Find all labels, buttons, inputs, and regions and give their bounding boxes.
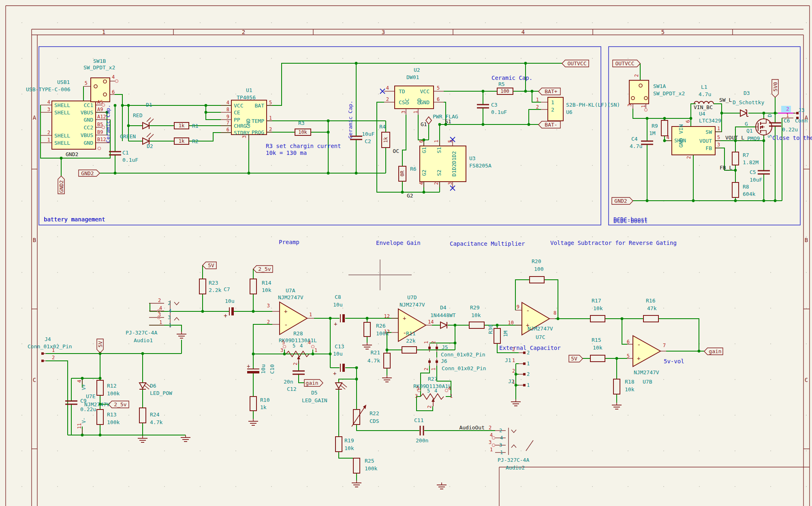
schematic-text[interactable]: G2: [421, 169, 427, 176]
resistor-symbol[interactable]: [613, 379, 620, 394]
schematic-text[interactable]: 2: [634, 74, 639, 77]
schematic-text[interactable]: Conn_01x02_Pin: [441, 352, 485, 358]
schematic-text[interactable]: 3: [158, 312, 161, 317]
schematic-text[interactable]: 2: [434, 182, 439, 185]
schematic-text[interactable]: SW_DPDT_x2: [653, 90, 685, 96]
schematic-text[interactable]: SW: [705, 129, 712, 135]
schematic-text[interactable]: 5: [627, 353, 630, 359]
schematic-text[interactable]: C7: [224, 286, 230, 292]
wire[interactable]: [633, 109, 691, 118]
schematic-text[interactable]: C8: [335, 294, 341, 300]
schematic-text[interactable]: 4.7u: [699, 91, 711, 97]
schematic-text[interactable]: 1: [512, 379, 515, 385]
schematic-text[interactable]: C13: [335, 343, 344, 349]
schematic-text[interactable]: 0.22u: [782, 126, 798, 133]
schematic-text[interactable]: 10k: [262, 287, 271, 293]
schematic-text[interactable]: USB1: [57, 79, 70, 85]
global-label-text[interactable]: BAT-: [545, 122, 557, 128]
schematic-text[interactable]: 1M: [649, 130, 656, 136]
schematic-text[interactable]: S2: [436, 169, 442, 176]
schematic-text[interactable]: R3 set chargin current: [266, 143, 341, 149]
schematic-text[interactable]: 2: [47, 130, 50, 135]
schematic-text[interactable]: Voltage Subtractor for Reverse Gating: [550, 240, 677, 246]
schematic-text[interactable]: 1M: [502, 330, 509, 337]
resistor-symbol[interactable]: [590, 355, 605, 362]
schematic-text[interactable]: 10k: [344, 445, 354, 451]
schematic-text[interactable]: B5: [97, 122, 103, 127]
schematic-text[interactable]: 2: [269, 126, 272, 132]
schematic-text[interactable]: +: [224, 312, 227, 319]
resistor-symbol[interactable]: [97, 410, 103, 425]
schematic-text[interactable]: U2: [414, 67, 420, 73]
schematic-text[interactable]: G2: [407, 193, 413, 199]
schematic-text[interactable]: USB-TYPE-C-006: [26, 86, 71, 92]
schematic-text[interactable]: 3: [447, 182, 453, 185]
schematic-text[interactable]: J3: [798, 107, 805, 113]
schematic-text[interactable]: 2: [536, 104, 539, 110]
global-label-text[interactable]: 5V: [571, 356, 577, 362]
schematic-text[interactable]: 3: [280, 347, 283, 353]
schematic-text[interactable]: R2: [192, 138, 199, 144]
schematic-text[interactable]: 5: [661, 29, 665, 35]
schematic-text[interactable]: U1: [246, 87, 252, 93]
schematic-text[interactable]: 3: [382, 29, 385, 35]
schematic-text[interactable]: 6: [685, 120, 691, 123]
schematic-text[interactable]: R28: [293, 330, 303, 337]
schematic-text[interactable]: R24: [150, 412, 160, 418]
schematic-text[interactable]: AudioOut: [459, 425, 485, 431]
schematic-text[interactable]: 4: [300, 343, 303, 349]
schematic-text[interactable]: J6: [441, 358, 447, 364]
schematic-text[interactable]: PJ-327C-4A: [498, 457, 529, 463]
diode-symbol[interactable]: [740, 110, 747, 116]
schematic-text[interactable]: S2B-PH-KL(LF)(SN): [566, 102, 620, 108]
schematic-text[interactable]: 1: [551, 99, 554, 105]
schematic-text[interactable]: 0.22u: [80, 406, 96, 412]
schematic-text[interactable]: 6: [437, 96, 440, 102]
schematic-text[interactable]: 11: [77, 423, 82, 429]
schematic-text[interactable]: R23: [209, 280, 218, 286]
schematic-text[interactable]: C3: [491, 102, 498, 108]
schematic-text[interactable]: GND: [84, 117, 94, 123]
schematic-text[interactable]: 1.82M: [743, 159, 759, 165]
schematic-text[interactable]: 3: [499, 442, 502, 448]
schematic-text[interactable]: G1: [421, 147, 427, 153]
schematic-text[interactable]: R4: [379, 124, 386, 130]
schematic-text[interactable]: G1: [421, 121, 427, 127]
schematic-text[interactable]: 12: [384, 313, 390, 319]
schematic-text[interactable]: R29: [470, 304, 479, 311]
schematic-text[interactable]: U7C: [536, 334, 545, 340]
resistor-symbol[interactable]: [97, 380, 103, 395]
resistor-symbol[interactable]: [530, 277, 544, 283]
schematic-text[interactable]: PJ-327C-4A: [126, 330, 157, 336]
schematic-text[interactable]: SW_L: [719, 97, 732, 103]
schematic-text[interactable]: 6: [227, 127, 229, 133]
schematic-text[interactable]: 1k: [179, 138, 185, 144]
schematic-text[interactable]: +: [334, 321, 337, 327]
resistor-symbol[interactable]: [590, 315, 605, 322]
schematic-text[interactable]: R20: [532, 258, 541, 264]
schematic-text[interactable]: 10u: [225, 298, 234, 304]
schematic-canvas[interactable]: OUTVCCOUTVCCBAT+BAT-GND2GND2GND25V05V2_5…: [0, 0, 812, 506]
schematic-text[interactable]: PROG: [252, 129, 264, 135]
schematic-text[interactable]: J5: [442, 344, 448, 350]
schematic-text[interactable]: 100k: [107, 419, 120, 425]
schematic-text[interactable]: 4: [419, 182, 424, 185]
schematic-text[interactable]: C11: [414, 417, 423, 423]
schematic-text[interactable]: 10: [508, 320, 514, 326]
schematic-text[interactable]: NJM2747V: [400, 302, 425, 308]
schematic-text[interactable]: 47k: [647, 305, 657, 311]
wire[interactable]: [299, 374, 304, 383]
led-symbol[interactable]: [143, 122, 149, 129]
schematic-text[interactable]: 5: [269, 100, 272, 105]
global-label-text[interactable]: GND2: [614, 198, 627, 204]
schematic-text[interactable]: 200n: [416, 437, 428, 444]
schematic-text[interactable]: 1: [309, 312, 312, 317]
global-label-text[interactable]: GND2: [81, 170, 94, 176]
schematic-text[interactable]: +: [403, 315, 406, 322]
global-label-text[interactable]: gain: [709, 348, 721, 354]
schematic-text[interactable]: 10u: [333, 351, 342, 357]
schematic-text[interactable]: U3: [469, 155, 476, 161]
schematic-text[interactable]: 10k: [298, 129, 307, 135]
schematic-text[interactable]: GND: [84, 140, 94, 146]
schematic-text[interactable]: OD: [416, 98, 422, 105]
